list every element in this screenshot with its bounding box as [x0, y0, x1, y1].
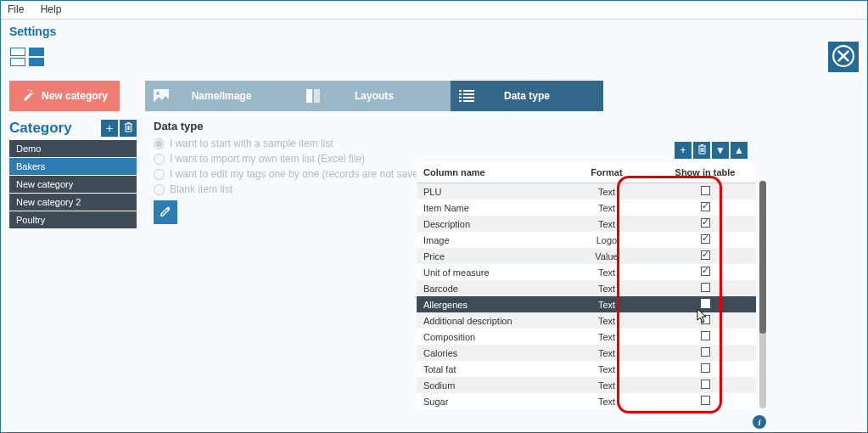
- table-move-down-button[interactable]: ▼: [712, 142, 729, 159]
- table-row[interactable]: DescriptionText: [417, 216, 756, 232]
- show-checkbox[interactable]: [701, 186, 710, 195]
- tab-data-type[interactable]: Data type: [451, 81, 603, 111]
- menu-file[interactable]: File: [8, 3, 24, 15]
- table-row[interactable]: PriceValue: [417, 248, 756, 264]
- view-toggle[interactable]: [9, 47, 47, 67]
- svg-rect-6: [306, 89, 312, 103]
- add-category-button[interactable]: +: [101, 120, 118, 137]
- cell-column-name: Description: [417, 216, 559, 232]
- radio-input[interactable]: [154, 138, 165, 149]
- show-checkbox[interactable]: [701, 250, 710, 260]
- cell-format: Text: [559, 377, 654, 393]
- svg-rect-10: [459, 93, 462, 95]
- table-row[interactable]: ImageLogo: [417, 232, 756, 248]
- cell-show-in-table: [654, 377, 756, 393]
- cell-column-name: Item Name: [417, 200, 559, 216]
- show-checkbox[interactable]: [701, 396, 710, 405]
- col-header-name[interactable]: Column name: [417, 162, 559, 183]
- table-row[interactable]: CompositionText: [417, 329, 756, 345]
- close-button[interactable]: [828, 42, 859, 72]
- table-row[interactable]: AllergenesText: [417, 296, 756, 312]
- svg-rect-7: [314, 89, 320, 103]
- cell-column-name: Total fat: [417, 361, 559, 377]
- table-add-button[interactable]: +: [675, 142, 692, 159]
- cell-show-in-table: [654, 329, 756, 345]
- data-type-table-area: + ▼ ▲ Column name Format Show in table P…: [417, 162, 756, 409]
- scroll-thumb[interactable]: [759, 181, 766, 334]
- radio-input[interactable]: [154, 184, 165, 195]
- cell-show-in-table: [654, 393, 756, 409]
- svg-rect-8: [459, 90, 462, 92]
- cell-show-in-table: [654, 312, 756, 329]
- cell-format: Text: [559, 296, 654, 312]
- triangle-up-icon: ▲: [734, 144, 744, 156]
- show-checkbox[interactable]: [701, 315, 710, 324]
- cell-format: Text: [559, 329, 654, 345]
- cell-format: Text: [559, 393, 654, 409]
- table-scrollbar[interactable]: [759, 181, 766, 408]
- cell-column-name: Calories: [417, 345, 559, 361]
- cell-format: Text: [559, 312, 654, 329]
- show-checkbox[interactable]: [701, 218, 710, 228]
- menubar: File Help: [1, 1, 867, 20]
- show-checkbox[interactable]: [701, 331, 710, 340]
- close-icon: [832, 45, 854, 70]
- cell-column-name: Sodium: [417, 377, 559, 393]
- col-header-show[interactable]: Show in table: [654, 162, 756, 183]
- col-header-format[interactable]: Format: [559, 162, 654, 183]
- show-checkbox[interactable]: [701, 363, 710, 373]
- show-checkbox[interactable]: [701, 267, 710, 276]
- show-checkbox[interactable]: [701, 202, 710, 211]
- cell-show-in-table: [654, 280, 756, 296]
- page-title: Settings: [9, 25, 56, 38]
- cell-format: Text: [559, 200, 654, 216]
- show-checkbox[interactable]: [701, 347, 710, 357]
- table-delete-button[interactable]: [693, 142, 710, 159]
- info-button[interactable]: i: [753, 415, 766, 429]
- radio-input[interactable]: [154, 154, 165, 165]
- table-row[interactable]: PLUText: [417, 183, 756, 200]
- pencil-icon: [160, 205, 171, 220]
- table-row[interactable]: Item NameText: [417, 200, 756, 216]
- table-row[interactable]: SugarText: [417, 393, 756, 409]
- tab-name-image[interactable]: Name/Image: [145, 81, 298, 111]
- menu-help[interactable]: Help: [41, 3, 62, 15]
- edit-button[interactable]: [154, 200, 177, 224]
- plus-icon: +: [106, 121, 113, 135]
- table-move-up-button[interactable]: ▲: [731, 142, 748, 159]
- category-item[interactable]: Demo: [9, 140, 137, 157]
- cell-show-in-table: [654, 200, 756, 216]
- data-source-option[interactable]: I want to start with a sample item list: [154, 138, 859, 149]
- trash-icon: [697, 144, 707, 157]
- table-row[interactable]: SodiumText: [417, 377, 756, 393]
- svg-rect-13: [463, 97, 474, 98]
- info-icon: i: [758, 417, 760, 427]
- section-title: Data type: [154, 120, 859, 132]
- table-row[interactable]: CaloriesText: [417, 345, 756, 361]
- cell-column-name: Allergenes: [417, 296, 559, 312]
- show-checkbox[interactable]: [701, 283, 710, 292]
- show-checkbox[interactable]: [701, 299, 710, 308]
- category-item[interactable]: New category 2: [9, 194, 137, 211]
- table-row[interactable]: Additional descriptionText: [417, 312, 756, 329]
- delete-category-button[interactable]: [120, 120, 137, 137]
- new-category-button[interactable]: New category: [9, 81, 120, 111]
- svg-point-3: [28, 89, 30, 91]
- show-checkbox[interactable]: [701, 380, 710, 389]
- table-row[interactable]: Unit of measureText: [417, 264, 756, 280]
- category-item[interactable]: New category: [9, 176, 137, 193]
- cell-format: Text: [559, 280, 654, 296]
- cell-format: Value: [559, 248, 654, 264]
- trash-icon: [124, 121, 133, 135]
- category-item[interactable]: Poultry: [9, 211, 137, 228]
- cell-show-in-table: [654, 183, 756, 200]
- table-row[interactable]: Total fatText: [417, 361, 756, 377]
- table-row[interactable]: BarcodeText: [417, 280, 756, 296]
- wand-icon: [21, 88, 42, 104]
- category-item[interactable]: Bakers: [9, 158, 137, 175]
- data-type-table: Column name Format Show in table PLUText…: [417, 162, 756, 409]
- radio-input[interactable]: [154, 169, 165, 180]
- show-checkbox[interactable]: [701, 234, 710, 244]
- triangle-down-icon: ▼: [715, 144, 725, 156]
- tab-layouts[interactable]: Layouts: [298, 81, 451, 111]
